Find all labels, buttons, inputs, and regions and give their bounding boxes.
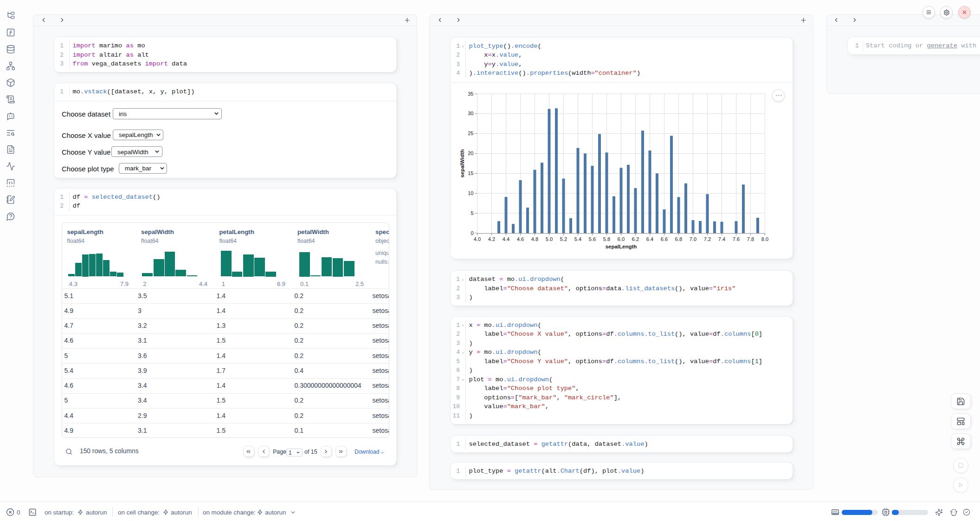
svg-text:25: 25: [468, 130, 473, 136]
svg-text:4.4: 4.4: [503, 236, 509, 242]
svg-text:4.6: 4.6: [517, 236, 524, 242]
svg-text:30: 30: [468, 111, 473, 116]
svg-text:7.4: 7.4: [718, 236, 725, 242]
svg-text:7.8: 7.8: [747, 236, 754, 242]
svg-text:15: 15: [468, 170, 473, 176]
svg-text:4.8: 4.8: [531, 236, 538, 242]
svg-text:5.4: 5.4: [574, 236, 581, 242]
svg-text:4.0: 4.0: [474, 236, 481, 242]
svg-text:6.2: 6.2: [632, 236, 639, 242]
svg-text:5: 5: [471, 210, 473, 216]
svg-text:7.6: 7.6: [733, 236, 740, 242]
svg-text:7.0: 7.0: [690, 236, 696, 242]
svg-text:8.0: 8.0: [761, 236, 768, 242]
svg-text:6.4: 6.4: [646, 236, 653, 242]
svg-text:0: 0: [471, 230, 473, 236]
svg-text:5.8: 5.8: [603, 236, 610, 242]
svg-text:7.2: 7.2: [704, 236, 711, 242]
svg-text:6.6: 6.6: [661, 236, 668, 242]
svg-text:6.0: 6.0: [618, 236, 625, 242]
svg-text:5.0: 5.0: [546, 236, 553, 242]
svg-text:5.2: 5.2: [560, 236, 567, 242]
svg-text:sepalLength: sepalLength: [606, 244, 637, 249]
svg-text:10: 10: [468, 190, 473, 196]
svg-text:sepalWidth: sepalWidth: [459, 149, 465, 177]
svg-text:5.6: 5.6: [589, 236, 596, 242]
svg-text:35: 35: [468, 91, 473, 97]
svg-text:6.8: 6.8: [675, 236, 682, 242]
svg-text:20: 20: [468, 150, 473, 156]
svg-text:4.2: 4.2: [488, 236, 495, 242]
